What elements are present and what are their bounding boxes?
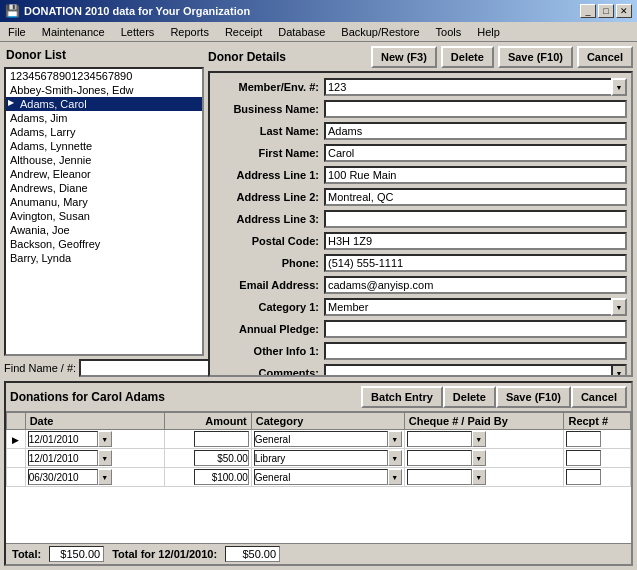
amount-input[interactable] (194, 469, 249, 485)
list-item[interactable]: Andrews, Diane (6, 181, 202, 195)
save-button[interactable]: Save (F10) (498, 46, 573, 68)
postal-code-input[interactable] (324, 232, 627, 250)
label-last-name: Last Name: (214, 125, 324, 137)
menu-bar: File Maintenance Letters Reports Receipt… (0, 22, 637, 42)
col-date: Date (25, 413, 165, 430)
date-dropdown-button[interactable]: ▼ (98, 450, 112, 466)
find-row: Find Name / #: (4, 359, 204, 377)
list-item[interactable]: Adams, Larry (6, 125, 202, 139)
category-select[interactable]: GeneralLibraryOther (254, 469, 388, 485)
menu-maintenance[interactable]: Maintenance (38, 25, 109, 39)
form-row-category1: Category 1: Member ▼ (214, 297, 627, 317)
member-env-select[interactable]: 123 (324, 78, 627, 96)
cheque-cell: ▼ (404, 449, 564, 468)
list-item[interactable]: 12345678901234567890 (6, 69, 202, 83)
recpt-input[interactable] (566, 469, 601, 485)
recpt-input[interactable] (566, 450, 601, 466)
phone-input[interactable] (324, 254, 627, 272)
menu-file[interactable]: File (4, 25, 30, 39)
date-input[interactable] (28, 450, 98, 466)
form-row-address2: Address Line 2: (214, 187, 627, 207)
date-dropdown-button[interactable]: ▼ (98, 469, 112, 485)
total-value: $150.00 (49, 546, 104, 562)
menu-help[interactable]: Help (473, 25, 504, 39)
address2-input[interactable] (324, 188, 627, 206)
minimize-button[interactable]: _ (580, 4, 596, 18)
list-item[interactable]: Backson, Geoffrey (6, 237, 202, 251)
address1-input[interactable] (324, 166, 627, 184)
table-row: ▶▼GeneralLibraryOther▼▼ (7, 430, 631, 449)
donations-save-button[interactable]: Save (F10) (496, 386, 571, 408)
find-input[interactable] (79, 359, 225, 377)
menu-backup-restore[interactable]: Backup/Restore (337, 25, 423, 39)
first-name-input[interactable] (324, 144, 627, 162)
list-item[interactable]: Avington, Susan (6, 209, 202, 223)
list-item[interactable]: Anumanu, Mary (6, 195, 202, 209)
amount-input[interactable] (194, 431, 249, 447)
form-row-other-info: Other Info 1: (214, 341, 627, 361)
cheque-input[interactable] (407, 469, 472, 485)
category-dropdown-button[interactable]: ▼ (388, 431, 402, 447)
donations-footer: Total: $150.00 Total for 12/01/2010: $50… (6, 543, 631, 564)
annual-pledge-input[interactable] (324, 320, 627, 338)
donor-list-container[interactable]: 12345678901234567890Abbey-Smith-Jones, E… (4, 67, 204, 356)
email-input[interactable] (324, 276, 627, 294)
category1-select[interactable]: Member (324, 298, 627, 316)
cheque-input[interactable] (407, 450, 472, 466)
category-cell: GeneralLibraryOther▼ (251, 468, 404, 487)
menu-receipt[interactable]: Receipt (221, 25, 266, 39)
list-item[interactable]: Abbey-Smith-Jones, Edw (6, 83, 202, 97)
list-item[interactable]: Adams, Carol (6, 97, 202, 111)
recpt-input[interactable] (566, 431, 601, 447)
date-dropdown-button[interactable]: ▼ (98, 431, 112, 447)
label-address1: Address Line 1: (214, 169, 324, 181)
category-select[interactable]: GeneralLibraryOther (254, 450, 388, 466)
form-row-member-env: Member/Env. #: 123 ▼ (214, 77, 627, 97)
business-name-input[interactable] (324, 100, 627, 118)
menu-reports[interactable]: Reports (166, 25, 213, 39)
date-cell: ▼ (25, 449, 165, 468)
list-item[interactable]: Adams, Lynnette (6, 139, 202, 153)
donations-table: Date Amount Category Cheque # / Paid By … (6, 412, 631, 487)
delete-button[interactable]: Delete (441, 46, 494, 68)
date-input[interactable] (28, 469, 98, 485)
date-input[interactable] (28, 431, 98, 447)
comments-select-wrapper: ▼ (324, 364, 627, 377)
label-email: Email Address: (214, 279, 324, 291)
maximize-button[interactable]: □ (598, 4, 614, 18)
list-item[interactable]: Althouse, Jennie (6, 153, 202, 167)
list-item[interactable]: Barry, Lynda (6, 251, 202, 265)
cancel-button[interactable]: Cancel (577, 46, 633, 68)
list-item[interactable]: Andrew, Eleanor (6, 167, 202, 181)
donations-delete-button[interactable]: Delete (443, 386, 496, 408)
donor-details-panel: Donor Details New (F3) Delete Save (F10)… (208, 46, 633, 377)
category-dropdown-button[interactable]: ▼ (388, 450, 402, 466)
menu-tools[interactable]: Tools (432, 25, 466, 39)
form-row-first-name: First Name: (214, 143, 627, 163)
label-annual-pledge: Annual Pledge: (214, 323, 324, 335)
comments-input[interactable] (324, 364, 627, 377)
new-button[interactable]: New (F3) (371, 46, 437, 68)
category-dropdown-button[interactable]: ▼ (388, 469, 402, 485)
donations-section: Donations for Carol Adams Batch Entry De… (4, 381, 633, 566)
label-address3: Address Line 3: (214, 213, 324, 225)
amount-input[interactable] (194, 450, 249, 466)
cheque-dropdown-button[interactable]: ▼ (472, 450, 486, 466)
row-icon-cell (7, 449, 26, 468)
label-business-name: Business Name: (214, 103, 324, 115)
last-name-input[interactable] (324, 122, 627, 140)
list-item[interactable]: Adams, Jim (6, 111, 202, 125)
cheque-input[interactable] (407, 431, 472, 447)
list-item[interactable]: Awania, Joe (6, 223, 202, 237)
cheque-dropdown-button[interactable]: ▼ (472, 431, 486, 447)
menu-letters[interactable]: Letters (117, 25, 159, 39)
category-select[interactable]: GeneralLibraryOther (254, 431, 388, 447)
details-form: Member/Env. #: 123 ▼ Business Name: Last… (208, 71, 633, 377)
donations-cancel-button[interactable]: Cancel (571, 386, 627, 408)
other-info-input[interactable] (324, 342, 627, 360)
address3-input[interactable] (324, 210, 627, 228)
cheque-dropdown-button[interactable]: ▼ (472, 469, 486, 485)
menu-database[interactable]: Database (274, 25, 329, 39)
close-button[interactable]: ✕ (616, 4, 632, 18)
batch-entry-button[interactable]: Batch Entry (361, 386, 443, 408)
